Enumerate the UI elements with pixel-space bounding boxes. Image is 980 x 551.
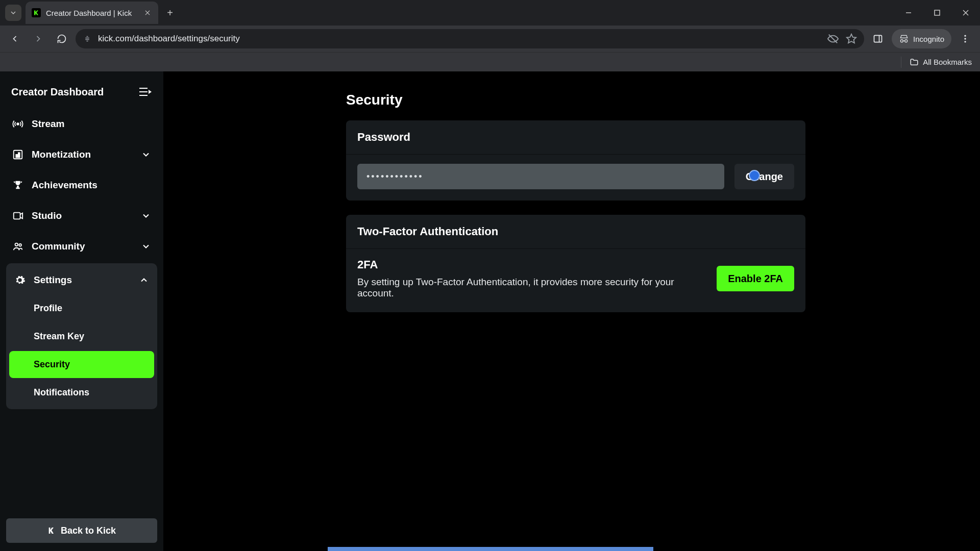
svg-rect-19 [16,155,17,158]
studio-icon [12,210,23,221]
community-icon [12,241,23,252]
sidebar-item-label: Studio [32,210,62,221]
incognito-label: Incognito [913,35,944,43]
enable-2fa-label: Enable 2FA [728,273,783,284]
password-header: Password [346,120,805,154]
svg-rect-8 [874,35,882,42]
sidebar-item-label: Settings [34,274,72,286]
svg-point-10 [964,35,966,37]
bookmark-star-icon[interactable] [846,33,857,44]
browser-menu-icon[interactable] [955,29,975,48]
change-password-button[interactable]: Change [734,164,794,189]
svg-rect-20 [18,153,20,157]
divider [901,57,901,68]
sidebar-item-studio[interactable]: Studio [6,202,157,230]
sidebar-item-stream[interactable]: Stream [6,110,157,138]
incognito-chip[interactable]: Incognito [892,29,951,48]
back-to-kick-label: Back to Kick [61,525,116,536]
password-field[interactable] [357,164,724,189]
sidebar: Creator Dashboard Stream Monetization [0,71,163,551]
two-factor-card: Two-Factor Authentication 2FA By setting… [346,215,805,312]
sidebar-sub-stream-key[interactable]: Stream Key [9,323,154,350]
tab-search-dropdown[interactable] [5,5,21,21]
sidebar-item-settings[interactable]: Settings [9,266,154,294]
tab-close-icon[interactable] [143,8,152,17]
window-minimize-icon[interactable] [894,3,923,23]
chevron-down-icon [141,211,151,221]
browser-titlebar: Creator Dashboard | Kick + [0,0,980,26]
window-maximize-icon[interactable] [923,3,951,23]
gear-icon [14,274,26,286]
sidebar-sub-label: Profile [34,303,62,313]
change-label: Change [746,171,783,182]
eye-off-icon[interactable] [827,33,839,44]
address-bar[interactable]: kick.com/dashboard/settings/security [76,29,864,48]
browser-tab[interactable]: Creator Dashboard | Kick [26,2,158,24]
bottom-accent-strip [328,547,653,551]
sidebar-group-settings: Settings Profile Stream Key Security Not… [6,263,157,409]
svg-rect-3 [935,10,940,15]
chevron-down-icon [141,149,151,160]
sidebar-item-label: Community [32,241,85,252]
sidebar-item-label: Monetization [32,149,91,160]
tab-title: Creator Dashboard | Kick [46,9,138,17]
nav-forward-icon[interactable] [29,29,48,48]
sidebar-item-achievements[interactable]: Achievements [6,171,157,199]
sidebar-item-monetization[interactable]: Monetization [6,141,157,168]
main-content: Security Password Change Two-Factor Auth… [163,71,980,551]
svg-point-23 [19,244,21,246]
chevron-up-icon [139,275,149,285]
nav-back-icon[interactable] [5,29,24,48]
password-card: Password Change [346,120,805,201]
enable-2fa-button[interactable]: Enable 2FA [717,266,794,291]
sidebar-sub-label: Notifications [34,387,89,397]
svg-marker-7 [847,34,856,43]
sidebar-item-label: Stream [32,118,64,130]
monetization-icon [12,149,23,160]
svg-point-11 [964,38,966,39]
all-bookmarks-label: All Bookmarks [923,58,972,66]
site-info-icon[interactable] [83,34,92,43]
new-tab-button[interactable]: + [162,5,178,20]
svg-point-12 [964,41,966,42]
svg-rect-21 [14,213,20,219]
sidebar-sub-notifications[interactable]: Notifications [9,379,154,406]
svg-point-17 [17,123,19,125]
tfa-title: 2FA [357,258,706,271]
sidebar-sub-security[interactable]: Security [9,351,154,378]
browser-toolbar: kick.com/dashboard/settings/security Inc… [0,26,980,52]
back-kick-icon [47,527,56,535]
sidebar-item-community[interactable]: Community [6,233,157,260]
tfa-description: By setting up Two-Factor Authentication,… [357,277,706,299]
trophy-icon [12,180,23,191]
bookmarks-bar: All Bookmarks [0,52,980,71]
chevron-down-icon [141,241,151,252]
all-bookmarks-button[interactable]: All Bookmarks [910,58,972,67]
broadcast-icon [12,118,23,130]
folder-icon [910,58,919,67]
address-url: kick.com/dashboard/settings/security [98,34,240,44]
two-factor-header: Two-Factor Authentication [346,215,805,248]
svg-point-22 [15,243,18,246]
kick-favicon [32,8,41,17]
sidebar-sub-label: Stream Key [34,331,84,341]
side-panel-icon[interactable] [868,29,888,48]
sidebar-sub-label: Security [34,359,70,369]
sidebar-item-label: Achievements [32,180,97,191]
nav-reload-icon[interactable] [52,29,71,48]
sidebar-collapse-icon[interactable] [138,86,152,98]
sidebar-sub-profile[interactable]: Profile [9,295,154,322]
window-close-icon[interactable] [951,3,980,23]
back-to-kick-button[interactable]: Back to Kick [6,518,157,543]
page-title: Security [346,92,805,108]
svg-marker-16 [149,90,152,94]
sidebar-title: Creator Dashboard [11,86,104,98]
incognito-icon [899,34,909,44]
